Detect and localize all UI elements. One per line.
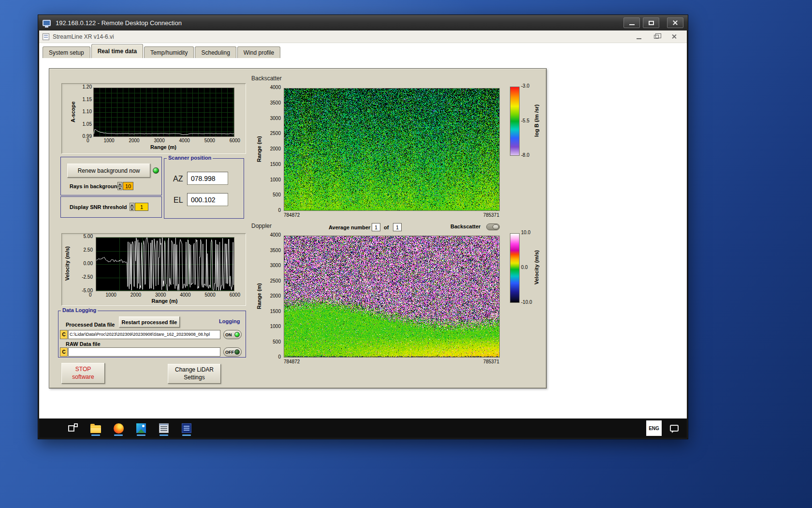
backscatter-x-end: 785371: [451, 212, 499, 218]
app-close-button[interactable]: [671, 34, 677, 39]
ascope-y-tick: 1.05: [83, 122, 92, 127]
doppler-colorbar-tick: 0.0: [521, 265, 528, 270]
doppler-y-tick: 2000: [270, 294, 281, 299]
raw-logging-toggle[interactable]: OFF: [223, 347, 242, 357]
snr-spinner[interactable]: [130, 203, 134, 211]
tab-wind-profile[interactable]: Wind profile: [237, 46, 280, 58]
raw-drive-selector[interactable]: C: [60, 347, 68, 357]
doppler-colorbar-axis: 10.00.0-10.0: [521, 230, 532, 305]
rdp-minimize-button[interactable]: [624, 17, 640, 28]
tab-system-setup[interactable]: System setup: [43, 46, 90, 58]
snr-group: Display SNR threshold 1: [60, 196, 162, 218]
doppler-colorbar-tick: 10.0: [521, 230, 530, 235]
backscatter-colorbar-tick: -5.5: [521, 119, 529, 123]
backscatter-colorbar-axis: -3.0-5.5-8.0: [521, 84, 529, 158]
el-value[interactable]: 000.102: [187, 193, 228, 206]
restart-processed-file-button[interactable]: Restart processed file: [119, 316, 180, 328]
logging-label: Logging: [219, 318, 240, 324]
vi-front-panel-background: A-scope 1.201.151.101.050.99 01000200030…: [39, 58, 687, 418]
snr-value[interactable]: 1: [135, 203, 148, 211]
rdp-maximize-button[interactable]: [643, 17, 659, 28]
average-number-value[interactable]: 1: [372, 223, 380, 231]
rdp-close-button[interactable]: [667, 17, 683, 28]
rdp-window: 192.168.0.122 - Remote Desktop Connectio…: [38, 15, 688, 439]
app-restore-button[interactable]: [654, 35, 659, 39]
tab-real-time-data[interactable]: Real time data: [91, 44, 143, 58]
velocity-y-tick: 2.50: [84, 248, 93, 253]
raw-data-file-label: RAW Data file: [66, 341, 101, 347]
backscatter-toggle[interactable]: [486, 224, 500, 230]
remote-desktop-screen: StreamLine XR v14-6.vi System setupReal …: [39, 30, 687, 438]
velocity-y-tick: 0.00: [84, 261, 93, 266]
of-label: of: [384, 224, 389, 230]
velocity-x-tick: 4000: [180, 292, 190, 298]
firefox-button[interactable]: [111, 420, 126, 436]
file-explorer-button[interactable]: [88, 420, 103, 436]
change-lidar-settings-button[interactable]: Change LiDAR Settings: [168, 364, 221, 384]
front-panel: A-scope 1.201.151.101.050.99 01000200030…: [49, 68, 547, 388]
rdp-titlebar[interactable]: 192.168.0.122 - Remote Desktop Connectio…: [38, 15, 688, 30]
ascope-graph-panel: A-scope 1.201.151.101.050.99 01000200030…: [61, 83, 246, 154]
labview-vi-icon: [43, 33, 49, 40]
velocity-plot: [96, 237, 234, 291]
ascope-x-tick: 1000: [103, 138, 114, 143]
renew-background-button[interactable]: Renew background now: [67, 164, 150, 178]
desktop: 192.168.0.122 - Remote Desktop Connectio…: [0, 0, 812, 508]
raw-path-field[interactable]: [68, 347, 220, 357]
photos-app-button[interactable]: [133, 420, 149, 436]
notification-button[interactable]: [668, 420, 680, 436]
processed-path-field[interactable]: C:\Lidar\Data\Proc\2023\202309\20230908\…: [68, 330, 220, 339]
backscatter-y-tick: 2000: [270, 147, 281, 151]
app-title: StreamLine XR v14-6.vi: [53, 33, 114, 40]
processed-logging-toggle[interactable]: ON: [223, 330, 242, 339]
app-window-controls: [637, 30, 677, 43]
task-view-button[interactable]: [65, 420, 81, 436]
speech-bubble-icon: [670, 425, 679, 432]
scan-scheduler-button[interactable]: [156, 420, 172, 436]
az-value[interactable]: 078.998: [187, 172, 228, 185]
backscatter-y-tick: 3000: [270, 116, 281, 121]
doppler-ylabel: Range (m): [256, 236, 262, 357]
ascope-xlabel: Range (m): [93, 144, 233, 150]
on-label: ON: [225, 332, 232, 337]
processed-drive-selector[interactable]: C: [60, 330, 68, 339]
ascope-x-tick: 0: [87, 138, 89, 143]
rays-spinner[interactable]: [117, 182, 122, 190]
az-label: AZ: [173, 175, 183, 183]
app-minimize-button[interactable]: [637, 38, 641, 39]
language-indicator[interactable]: ENG: [646, 420, 662, 436]
doppler-colorbar-tick: -10.0: [521, 300, 532, 305]
velocity-x-tick: 6000: [230, 292, 240, 298]
taskbar-tray: ENG: [646, 420, 680, 436]
average-count-value[interactable]: 1: [393, 223, 402, 231]
app-titlebar[interactable]: StreamLine XR v14-6.vi: [39, 30, 687, 43]
tab-scheduling[interactable]: Scheduling: [195, 46, 236, 58]
velocity-ylabel: Velocity (m/s): [64, 237, 70, 290]
doppler-y-tick: 4000: [270, 233, 281, 238]
rays-in-background-label: Rays in background: [70, 183, 120, 189]
velocity-xlabel: Range (m): [96, 298, 233, 304]
doppler-y-tick: 3000: [270, 263, 281, 268]
doppler-y-tick: 1000: [270, 324, 281, 329]
scanner-position-group: Scanner position AZ 078.998 EL 000.102: [164, 158, 244, 219]
backscatter-colorbar-tick: -3.0: [521, 84, 529, 89]
velocity-graph-panel: Velocity (m/s) 5.002.500.00-2.50-5.00 01…: [61, 233, 246, 306]
doppler-y-tick: 3500: [270, 248, 281, 253]
notes-app-icon: [182, 423, 191, 433]
remote-desktop-icon: [43, 20, 51, 26]
data-logging-title: Data Logging: [61, 307, 98, 313]
rays-value[interactable]: 10: [123, 182, 133, 190]
doppler-x-start: 784872: [284, 359, 300, 364]
taskbar: ENG: [39, 418, 687, 438]
backscatter-title: Backscatter: [251, 75, 282, 82]
doppler-y-tick: 2500: [270, 279, 281, 284]
change-button-line2: Settings: [184, 374, 204, 382]
backscatter-y-tick: 500: [273, 193, 281, 197]
tab-temp-humidity[interactable]: Temp/humidity: [144, 46, 194, 58]
notes-app-button[interactable]: [179, 420, 194, 436]
backscatter-x-start: 784872: [284, 212, 300, 218]
stop-software-button[interactable]: STOP software: [61, 363, 105, 384]
display-snr-threshold-label: Display SNR threshold: [70, 204, 127, 210]
scan-scheduler-icon: [159, 423, 169, 433]
background-status-led: [153, 167, 159, 174]
